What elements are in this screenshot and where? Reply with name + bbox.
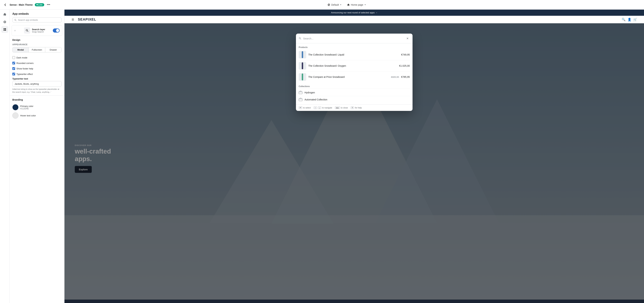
store-menu-icon (71, 18, 74, 21)
kbd-esc: esc (335, 106, 340, 109)
compare-price-group: €885,95 €785,95 (391, 76, 410, 78)
footer-help-label[interactable]: Show footer help (16, 67, 33, 70)
design-title: Design (12, 38, 62, 41)
rounded-corners-row: Rounded corners (12, 60, 62, 66)
product-img-compare (299, 73, 306, 81)
search-footer: ↵ to select ↑ ↓ to navigate esc to close (296, 104, 412, 111)
svg-rect-12 (303, 74, 303, 80)
search-icon (14, 19, 17, 21)
tab-drawer[interactable]: Drawer (45, 47, 62, 52)
appearance-tabs: Modal Fullscreen Drawer (12, 47, 62, 52)
shortcut-help: ? for help (351, 106, 362, 109)
store-icons: 🔍 👤 🛒 (622, 18, 637, 21)
more-button[interactable]: ••• (47, 3, 50, 6)
typewriter-input[interactable] (12, 81, 62, 87)
product-sale-price-compare: €785,95 (401, 76, 410, 78)
collection-name-automated: Automated Collection (304, 98, 327, 101)
kbd-up: ↑ (314, 106, 317, 109)
tab-fullscreen[interactable]: Fullscreen (29, 47, 45, 52)
products-section-label: Products (296, 45, 412, 49)
branding-title: Branding (12, 98, 62, 101)
primary-color-swatch[interactable] (12, 104, 18, 110)
toggle-slider (53, 28, 60, 32)
svg-rect-5 (302, 51, 302, 58)
dark-mode-checkbox[interactable] (12, 56, 15, 59)
footer-help-checkbox[interactable] (12, 67, 15, 70)
dark-mode-label[interactable]: Dark mode (16, 56, 28, 59)
preview-area: Announcing our next round of selected ap… (64, 9, 644, 303)
search-results: Products (296, 43, 412, 104)
search-embeds-field[interactable] (12, 17, 62, 22)
result-left-hydrogen: Hydrogen (299, 91, 315, 94)
kbd-question: ? (351, 106, 354, 109)
search-embeds-input[interactable] (18, 19, 60, 21)
modal-search-icon (299, 37, 302, 40)
product-name-liquid: The Collection Snowboard: Liquid (308, 53, 344, 56)
collection-name-hydrogen: Hydrogen (304, 91, 315, 94)
typewriter-row: Typewriter effect (12, 71, 62, 77)
collection-icon-automated (299, 98, 302, 101)
back-button[interactable] (3, 2, 8, 7)
result-left-compare: The Compare at Price Snowboard (299, 73, 345, 81)
embed-item-info: Search layer Snap Search (32, 28, 45, 33)
footer-help-row: Show footer help (12, 66, 62, 71)
result-item-liquid[interactable]: The Collection Snowboard: Liquid €749,95 (296, 49, 412, 60)
result-item-oxygen[interactable]: The Collection Snowboard: Oxygen €1.025,… (296, 60, 412, 71)
live-label: Live (38, 3, 42, 6)
embed-search-layer[interactable]: ∧ Search layer Snap Search (12, 25, 62, 36)
primary-color-name: Primary color (20, 105, 34, 107)
store-cart-icon: 🛒 (633, 18, 637, 21)
nav-home[interactable] (1, 11, 8, 18)
tab-modal[interactable]: Modal (12, 47, 29, 52)
shortcut-select-label: to select (303, 107, 311, 109)
default-selector[interactable]: Default ▼ (328, 3, 342, 6)
svg-rect-15 (299, 98, 302, 101)
product-name-compare: The Compare at Price Snowboard (308, 76, 345, 78)
typewriter-label[interactable]: Typewriter effect (16, 73, 33, 75)
product-img-liquid (299, 51, 306, 58)
embed-toggle[interactable] (53, 28, 60, 32)
result-left-automated: Automated Collection (299, 98, 327, 101)
embed-title: Search layer (32, 28, 45, 31)
hover-color-name: Hover text color (20, 114, 36, 117)
result-left-liquid: The Collection Snowboard: Liquid (299, 51, 344, 58)
shortcut-select: ↵ to select (299, 106, 311, 109)
modal-close-button[interactable]: ✕ (405, 36, 410, 41)
kbd-down: ↓ (318, 106, 321, 109)
collapse-icon: ∧ (14, 29, 16, 32)
shortcut-close: esc to close (335, 106, 348, 109)
homepage-selector[interactable]: Home page ▼ (347, 3, 366, 6)
snap-search-icon (24, 27, 30, 33)
primary-color-row: Primary color #112D4E (12, 103, 62, 111)
typewriter-hint: Initial text string to show as the typew… (12, 88, 62, 93)
preview-banner: Announcing our next round of selected ap… (64, 9, 644, 16)
store-search-icon: 🔍 (622, 18, 626, 21)
result-item-hydrogen[interactable]: Hydrogen (296, 89, 412, 96)
primary-color-hex: #112D4E (20, 107, 34, 110)
branding-section: Branding Primary color #112D4E Hover tex… (10, 95, 64, 122)
store-logo: SEAPIXEL (78, 17, 96, 21)
hover-color-swatch[interactable] (12, 112, 18, 119)
nav-theme[interactable] (1, 18, 8, 25)
typewriter-checkbox[interactable] (12, 73, 15, 75)
snowboard-compare-img (300, 73, 304, 80)
live-dot (36, 4, 38, 5)
search-modal-header: ✕ (296, 33, 412, 43)
embed-item-left: Search layer Snap Search (24, 27, 45, 33)
snowboard-liquid-img (300, 51, 304, 58)
nav-apps[interactable] (1, 26, 8, 33)
rounded-corners-label[interactable]: Rounded corners (16, 62, 34, 64)
result-left-oxygen: The Collection Snowboard: Oxygen (299, 62, 346, 70)
product-name-oxygen: The Collection Snowboard: Oxygen (308, 64, 346, 67)
dark-mode-row: Dark mode (12, 55, 62, 60)
result-item-compare[interactable]: The Compare at Price Snowboard €885,95 €… (296, 71, 412, 82)
hover-color-row: Hover text color (12, 111, 62, 120)
modal-search-input[interactable] (303, 37, 403, 40)
main-layout: App embeds ∧ Search layer Snap Search (0, 9, 644, 303)
svg-rect-11 (302, 74, 302, 80)
rounded-corners-checkbox[interactable] (12, 62, 15, 64)
svg-rect-9 (303, 62, 303, 69)
result-item-automated[interactable]: Automated Collection (296, 96, 412, 103)
sidebar: App embeds ∧ Search layer Snap Search (10, 9, 64, 303)
appearance-label: Appearance (12, 43, 62, 46)
